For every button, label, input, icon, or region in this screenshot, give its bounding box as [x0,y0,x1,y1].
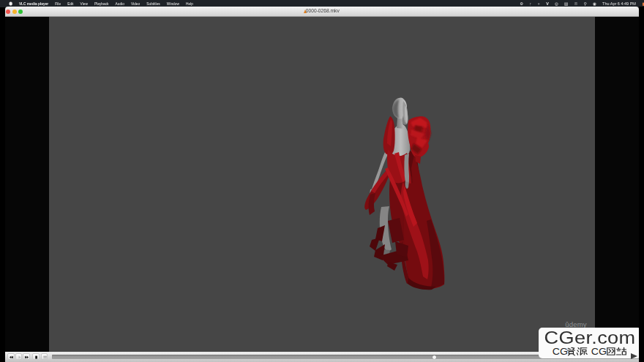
svg-text:CG: CG [553,347,568,357]
svg-text:CG: CG [591,347,607,357]
